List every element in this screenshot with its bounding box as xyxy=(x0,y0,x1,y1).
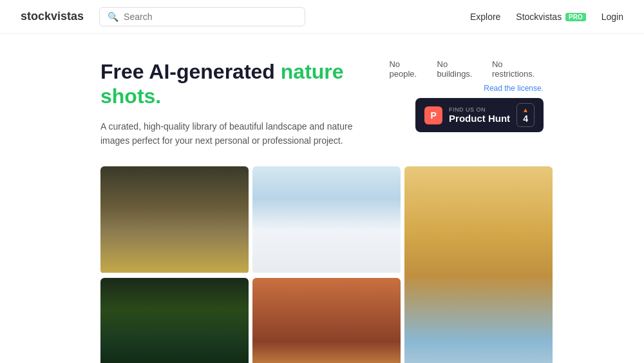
search-input[interactable] xyxy=(124,12,297,22)
nav-stockvistas[interactable]: Stockvistas PRO xyxy=(516,12,585,22)
badge-no-people: No people. xyxy=(389,59,426,79)
hero-right: No people. No buildings. No restrictions… xyxy=(389,59,544,132)
nav-login[interactable]: Login xyxy=(601,12,623,22)
nav-explore[interactable]: Explore xyxy=(470,12,500,22)
hero-section: Free AI-generated nature shots. A curate… xyxy=(0,34,644,161)
search-icon: 🔍 xyxy=(108,12,118,22)
pro-badge: PRO xyxy=(565,13,586,21)
nav: Explore Stockvistas PRO Login xyxy=(470,12,623,22)
ph-number: 4 xyxy=(523,113,528,124)
ph-score: ▲ 4 xyxy=(516,103,535,127)
gallery-item-cliffs[interactable] xyxy=(404,166,553,363)
hero-description: A curated, high-quality library of beaut… xyxy=(100,119,371,148)
ph-name: Product Hunt xyxy=(449,113,510,124)
ph-arrow: ▲ xyxy=(522,106,529,113)
product-hunt-badge[interactable]: P FIND US ON Product Hunt ▲ 4 xyxy=(415,98,544,132)
header: stockvistas 🔍 Explore Stockvistas PRO Lo… xyxy=(0,0,644,34)
hero-title-part1: Free AI-generated xyxy=(100,60,281,83)
gallery-item-uluru[interactable] xyxy=(252,278,401,363)
badges-row: No people. No buildings. No restrictions… xyxy=(389,59,544,79)
badge-no-buildings: No buildings. xyxy=(437,59,482,79)
badge-no-restrictions: No restrictions. xyxy=(492,59,544,79)
gallery-item-cave[interactable] xyxy=(100,278,249,363)
ph-icon: P xyxy=(424,106,442,124)
gallery-section xyxy=(0,161,644,363)
ph-text: FIND US ON Product Hunt xyxy=(449,106,510,124)
ph-find-label: FIND US ON xyxy=(449,106,510,113)
read-license-link[interactable]: Read the license. xyxy=(484,84,544,93)
search-bar[interactable]: 🔍 xyxy=(99,7,305,26)
hero-left: Free AI-generated nature shots. A curate… xyxy=(100,59,389,148)
logo-prefix: stock xyxy=(21,10,51,23)
gallery-grid xyxy=(100,166,544,363)
logo[interactable]: stockvistas xyxy=(21,10,84,23)
hero-title: Free AI-generated nature shots. xyxy=(100,59,389,109)
gallery-item-savanna[interactable] xyxy=(100,166,249,274)
gallery-item-salt-flat[interactable] xyxy=(252,166,401,274)
logo-suffix: vistas xyxy=(51,10,84,23)
